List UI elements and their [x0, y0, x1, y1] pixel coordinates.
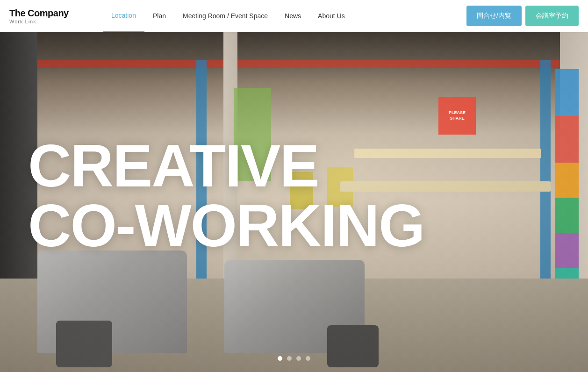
nav-link-about-us[interactable]: About Us [309, 0, 353, 32]
nav-link-plan[interactable]: Plan [144, 0, 174, 32]
hero-section: PLEASESHARE CREATIVE CO-WORKING [0, 32, 588, 372]
logo: The Company Work Link. [9, 8, 84, 24]
main-nav: Location Plan Meeting Room / Event Space… [103, 0, 466, 32]
nav-link-news[interactable]: News [276, 0, 309, 32]
slide-dot-4[interactable] [306, 356, 310, 361]
inquiry-button[interactable]: 問合せ/内覧 [466, 6, 522, 26]
hero-headline-line1: CREATIVE [28, 136, 424, 196]
reservation-button[interactable]: 会議室予約 [525, 6, 579, 26]
nav-link-meeting-room[interactable]: Meeting Room / Event Space [174, 0, 276, 32]
nav-link-location[interactable]: Location [103, 0, 144, 32]
slide-indicators [278, 356, 310, 361]
hero-text-block: CREATIVE CO-WORKING [0, 136, 452, 256]
logo-title: The Company [9, 8, 84, 19]
header-buttons: 問合せ/内覧 会議室予約 [466, 6, 579, 26]
hero-headline: CREATIVE CO-WORKING [28, 136, 424, 256]
header: The Company Work Link. Location Plan Mee… [0, 0, 588, 32]
slide-dot-1[interactable] [278, 356, 282, 361]
slide-dot-3[interactable] [296, 356, 301, 361]
hero-headline-line2: CO-WORKING [28, 196, 424, 256]
logo-subtitle: Work Link. [9, 19, 84, 24]
slide-dot-2[interactable] [287, 356, 292, 361]
